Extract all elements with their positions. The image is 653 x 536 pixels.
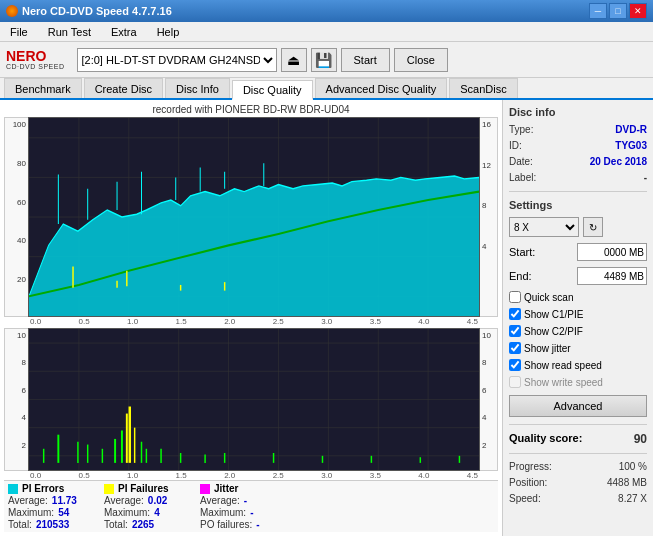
type-label: Type: bbox=[509, 124, 533, 135]
pi-errors-max-value: 54 bbox=[58, 507, 69, 518]
show-write-speed-label: Show write speed bbox=[524, 377, 603, 388]
tab-disc-quality[interactable]: Disc Quality bbox=[232, 80, 313, 100]
y-axis-left-upper: 100 80 60 40 20 bbox=[4, 117, 28, 317]
lower-chart-svg bbox=[29, 329, 479, 470]
tab-scandisc[interactable]: ScanDisc bbox=[449, 78, 517, 98]
show-jitter-label: Show jitter bbox=[524, 343, 571, 354]
pi-failures-max-value: 4 bbox=[154, 507, 160, 518]
menu-bar: File Run Test Extra Help bbox=[0, 22, 653, 42]
menu-extra[interactable]: Extra bbox=[105, 24, 143, 40]
close-drive-button[interactable]: Close bbox=[394, 48, 448, 72]
minimize-button[interactable]: ─ bbox=[589, 3, 607, 19]
drive-selector[interactable]: [2:0] HL-DT-ST DVDRAM GH24NSD0 LH00 bbox=[77, 48, 277, 72]
quick-scan-checkbox[interactable] bbox=[509, 291, 521, 303]
position-label: Position: bbox=[509, 477, 547, 488]
show-c1-row: Show C1/PIE bbox=[509, 308, 647, 320]
menu-help[interactable]: Help bbox=[151, 24, 186, 40]
quick-scan-label: Quick scan bbox=[524, 292, 573, 303]
start-label: Start: bbox=[509, 246, 535, 258]
speed-selector[interactable]: 8 X bbox=[509, 217, 579, 237]
tab-advanced-disc-quality[interactable]: Advanced Disc Quality bbox=[315, 78, 448, 98]
date-value: 20 Dec 2018 bbox=[590, 156, 647, 167]
eject-button[interactable]: ⏏ bbox=[281, 48, 307, 72]
start-button[interactable]: Start bbox=[341, 48, 390, 72]
speed-display-row: Speed: 8.27 X bbox=[509, 493, 647, 504]
pi-errors-total-label: Total: bbox=[8, 519, 32, 530]
maximize-button[interactable]: □ bbox=[609, 3, 627, 19]
toolbar: NERO CD·DVD SPEED [2:0] HL-DT-ST DVDRAM … bbox=[0, 42, 653, 78]
pi-errors-legend: PI Errors Average: 11.73 Maximum: 54 Tot… bbox=[8, 483, 88, 530]
nero-logo-text: NERO bbox=[6, 49, 65, 63]
y-axis-right-lower: 10 8 6 4 2 bbox=[480, 328, 498, 471]
show-c2-pif-checkbox[interactable] bbox=[509, 325, 521, 337]
pi-failures-avg-label: Average: bbox=[104, 495, 144, 506]
tab-create-disc[interactable]: Create Disc bbox=[84, 78, 163, 98]
pi-errors-avg-label: Average: bbox=[8, 495, 48, 506]
main-content: recorded with PIONEER BD-RW BDR-UD04 100… bbox=[0, 100, 653, 536]
nero-logo-sub: CD·DVD SPEED bbox=[6, 63, 65, 70]
end-mb-row: End: bbox=[509, 267, 647, 285]
start-input[interactable] bbox=[577, 243, 647, 261]
disc-type-row: Type: DVD-R bbox=[509, 124, 647, 135]
quality-score-row: Quality score: 90 bbox=[509, 432, 647, 446]
upper-chart bbox=[28, 117, 480, 317]
y-axis-right-upper: 16 12 8 4 bbox=[480, 117, 498, 317]
end-input[interactable] bbox=[577, 267, 647, 285]
po-failures-label: PO failures: bbox=[200, 519, 252, 530]
label-label: Label: bbox=[509, 172, 536, 183]
pi-failures-dot bbox=[104, 484, 114, 494]
charts-wrapper: 100 80 60 40 20 bbox=[4, 117, 498, 480]
settings-title: Settings bbox=[509, 199, 647, 211]
disc-label-row: Label: - bbox=[509, 172, 647, 183]
svg-marker-13 bbox=[29, 176, 479, 316]
save-button[interactable]: 💾 bbox=[311, 48, 337, 72]
show-write-speed-checkbox[interactable] bbox=[509, 376, 521, 388]
right-panel: Disc info Type: DVD-R ID: TYG03 Date: 20… bbox=[503, 100, 653, 536]
divider-1 bbox=[509, 191, 647, 192]
disc-info-title: Disc info bbox=[509, 106, 647, 118]
app-title: Nero CD-DVD Speed 4.7.7.16 bbox=[22, 5, 172, 17]
refresh-button[interactable]: ↻ bbox=[583, 217, 603, 237]
lower-chart bbox=[28, 328, 480, 471]
tab-benchmark[interactable]: Benchmark bbox=[4, 78, 82, 98]
id-label: ID: bbox=[509, 140, 522, 151]
progress-row: Progress: 100 % bbox=[509, 461, 647, 472]
jitter-dot bbox=[200, 484, 210, 494]
show-read-speed-row: Show read speed bbox=[509, 359, 647, 371]
menu-run-test[interactable]: Run Test bbox=[42, 24, 97, 40]
jitter-avg-value: - bbox=[244, 495, 247, 506]
show-write-speed-row: Show write speed bbox=[509, 376, 647, 388]
show-c2-row: Show C2/PIF bbox=[509, 325, 647, 337]
show-c2-pif-label: Show C2/PIF bbox=[524, 326, 583, 337]
pi-errors-dot bbox=[8, 484, 18, 494]
jitter-max-label: Maximum: bbox=[200, 507, 246, 518]
recorded-label: recorded with PIONEER BD-RW BDR-UD04 bbox=[4, 104, 498, 115]
title-bar-left: Nero CD-DVD Speed 4.7.7.16 bbox=[6, 5, 172, 17]
pi-failures-max-label: Maximum: bbox=[104, 507, 150, 518]
date-label: Date: bbox=[509, 156, 533, 167]
id-value: TYG03 bbox=[615, 140, 647, 151]
jitter-legend: Jitter Average: - Maximum: - PO failures… bbox=[200, 483, 280, 530]
quality-score-label: Quality score: bbox=[509, 432, 582, 446]
divider-3 bbox=[509, 453, 647, 454]
speed-settings-row: 8 X ↻ bbox=[509, 217, 647, 237]
quality-score-value: 90 bbox=[634, 432, 647, 446]
quick-scan-row: Quick scan bbox=[509, 291, 647, 303]
show-jitter-row: Show jitter bbox=[509, 342, 647, 354]
close-button[interactable]: ✕ bbox=[629, 3, 647, 19]
pi-failures-total-label: Total: bbox=[104, 519, 128, 530]
disc-date-row: Date: 20 Dec 2018 bbox=[509, 156, 647, 167]
show-read-speed-checkbox[interactable] bbox=[509, 359, 521, 371]
progress-label: Progress: bbox=[509, 461, 552, 472]
show-jitter-checkbox[interactable] bbox=[509, 342, 521, 354]
pi-failures-avg-value: 0.02 bbox=[148, 495, 167, 506]
menu-file[interactable]: File bbox=[4, 24, 34, 40]
show-c1-pie-checkbox[interactable] bbox=[509, 308, 521, 320]
advanced-button[interactable]: Advanced bbox=[509, 395, 647, 417]
tab-disc-info[interactable]: Disc Info bbox=[165, 78, 230, 98]
disc-id-row: ID: TYG03 bbox=[509, 140, 647, 151]
pi-errors-label: PI Errors bbox=[22, 483, 64, 494]
y-axis-left-lower: 10 8 6 4 2 bbox=[4, 328, 28, 471]
jitter-max-value: - bbox=[250, 507, 253, 518]
app-icon bbox=[6, 5, 18, 17]
